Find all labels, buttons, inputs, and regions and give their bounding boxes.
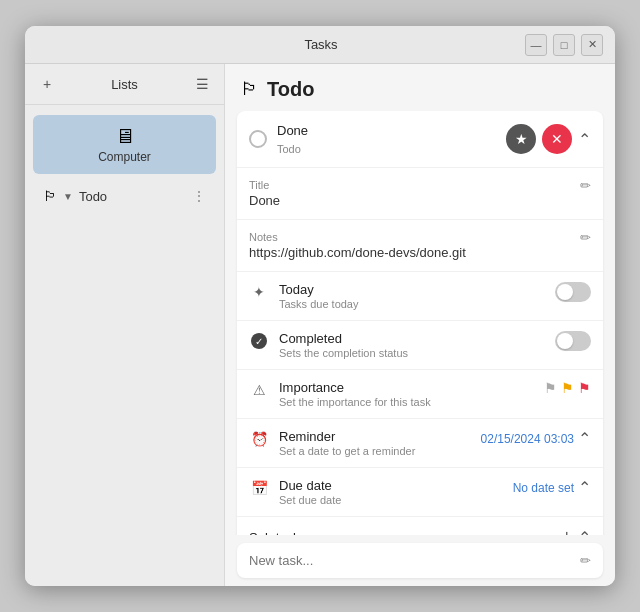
sidebar-menu-button[interactable]: ☰: [192, 74, 212, 94]
completed-check-icon: ✓: [251, 333, 267, 349]
reminder-row: ⏰ Reminder Set a date to get a reminder …: [237, 419, 603, 468]
tasks-panel: 🏳 Todo Done Todo ★: [225, 64, 615, 586]
completed-row: ✓ Completed Sets the completion status: [237, 321, 603, 370]
sidebar-item-todo[interactable]: 🏳 ▼ Todo ⋮: [33, 180, 216, 212]
reminder-value: 02/15/2024 03:03: [481, 432, 574, 446]
reminder-label: Reminder: [279, 429, 471, 444]
main-content: + Lists ☰ 🖥 Computer 🏳 ▼ Todo ⋮ 🏳: [25, 64, 615, 586]
due-date-chevron-icon: ⌃: [578, 478, 591, 497]
reminder-action: 02/15/2024 03:03 ⌃: [481, 429, 591, 448]
due-date-content: Due date Set due date: [279, 478, 503, 506]
today-sublabel: Tasks due today: [279, 298, 545, 310]
today-icon: ✦: [249, 282, 269, 300]
minimize-button[interactable]: —: [525, 34, 547, 56]
star-button[interactable]: ★: [506, 124, 536, 154]
title-row: Title Done ✏: [237, 168, 603, 220]
notes-value: https://github.com/done-devs/done.git: [249, 245, 466, 260]
subtasks-label: Sub tasks: [249, 530, 561, 535]
sidebar: + Lists ☰ 🖥 Computer 🏳 ▼ Todo ⋮: [25, 64, 225, 586]
todo-expand-icon: ▼: [63, 191, 73, 202]
today-toggle[interactable]: [555, 282, 591, 302]
importance-sublabel: Set the importance for this task: [279, 396, 534, 408]
completed-toggle[interactable]: [555, 331, 591, 351]
tasks-body: Done Todo ★ ✕ ⌃: [225, 111, 615, 535]
reminder-chevron-button[interactable]: ⌃: [578, 429, 591, 448]
maximize-button[interactable]: □: [553, 34, 575, 56]
due-date-icon: 📅: [249, 478, 269, 496]
task-list-name: Todo: [277, 143, 301, 155]
importance-flags: ⚑ ⚑ ⚑: [544, 380, 591, 396]
today-content: Today Tasks due today: [279, 282, 545, 310]
due-date-sublabel: Set due date: [279, 494, 503, 506]
sidebar-header: + Lists ☰: [25, 64, 224, 105]
notes-content: Notes https://github.com/done-devs/done.…: [249, 230, 570, 261]
flag-high-button[interactable]: ⚑: [578, 380, 591, 396]
due-date-chevron-button[interactable]: ⌃: [578, 478, 591, 497]
close-task-icon: ✕: [551, 131, 563, 147]
subtasks-chevron-icon: ⌃: [578, 528, 591, 535]
task-checkbox[interactable]: [249, 130, 267, 148]
notes-row: Notes https://github.com/done-devs/done.…: [237, 220, 603, 272]
todo-menu-button[interactable]: ⋮: [192, 188, 206, 204]
completed-label: Completed: [279, 331, 545, 346]
title-value: Done: [249, 193, 280, 208]
new-task-input[interactable]: [249, 553, 572, 568]
subtasks-chevron-button[interactable]: ⌃: [578, 528, 591, 535]
due-date-value: No date set: [513, 481, 574, 495]
chevron-up-icon: ⌃: [578, 130, 591, 149]
close-task-button[interactable]: ✕: [542, 124, 572, 154]
notes-edit-action: ✏: [580, 230, 591, 245]
app-window: Tasks — □ ✕ + Lists ☰ 🖥 Computer 🏳 ▼: [25, 26, 615, 586]
notes-label: Notes: [249, 231, 570, 243]
title-edit-button[interactable]: ✏: [580, 178, 591, 193]
reminder-icon: ⏰: [249, 429, 269, 447]
new-task-bar: ✏: [237, 543, 603, 578]
star-icon: ★: [515, 131, 528, 147]
window-title: Tasks: [117, 37, 525, 52]
computer-icon: 🖥: [115, 125, 135, 148]
task-name: Done: [277, 123, 308, 138]
reminder-content: Reminder Set a date to get a reminder: [279, 429, 471, 457]
subtasks-row: Sub tasks + ⌃: [237, 517, 603, 535]
due-date-label: Due date: [279, 478, 503, 493]
computer-label: Computer: [98, 150, 151, 164]
flag-medium-button[interactable]: ⚑: [561, 380, 574, 396]
tasks-header-icon: 🏳: [241, 79, 259, 100]
subtasks-actions: + ⌃: [561, 527, 591, 535]
todo-icon: 🏳: [43, 188, 57, 204]
flag-low-button[interactable]: ⚑: [544, 380, 557, 396]
close-button[interactable]: ✕: [581, 34, 603, 56]
tasks-header: 🏳 Todo: [225, 64, 615, 111]
title-content: Title Done: [249, 178, 570, 209]
due-date-row: 📅 Due date Set due date No date set ⌃: [237, 468, 603, 517]
importance-label: Importance: [279, 380, 534, 395]
completed-content: Completed Sets the completion status: [279, 331, 545, 359]
title-label: Title: [249, 179, 570, 191]
importance-row: ⚠ Importance Set the importance for this…: [237, 370, 603, 419]
add-list-button[interactable]: +: [37, 74, 57, 94]
sidebar-item-computer[interactable]: 🖥 Computer: [33, 115, 216, 174]
today-label: Today: [279, 282, 545, 297]
sidebar-section: 🖥 Computer 🏳 ▼ Todo ⋮: [25, 105, 224, 222]
task-chevron-button[interactable]: ⌃: [578, 130, 591, 149]
reminder-sublabel: Set a date to get a reminder: [279, 445, 471, 457]
title-bar: Tasks — □ ✕: [25, 26, 615, 64]
notes-edit-button[interactable]: ✏: [580, 230, 591, 245]
importance-icon: ⚠: [249, 380, 269, 398]
todo-label: Todo: [79, 189, 186, 204]
subtasks-add-button[interactable]: +: [561, 527, 572, 535]
task-card-header: Done Todo ★ ✕ ⌃: [237, 111, 603, 168]
title-edit-action: ✏: [580, 178, 591, 193]
tasks-header-title: Todo: [267, 78, 314, 101]
today-row: ✦ Today Tasks due today: [237, 272, 603, 321]
completed-sublabel: Sets the completion status: [279, 347, 545, 359]
task-name-block: Done Todo: [277, 121, 496, 157]
task-card-actions: ★ ✕ ⌃: [506, 124, 591, 154]
task-card: Done Todo ★ ✕ ⌃: [237, 111, 603, 535]
reminder-chevron-icon: ⌃: [578, 429, 591, 448]
due-date-action: No date set ⌃: [513, 478, 591, 497]
importance-content: Importance Set the importance for this t…: [279, 380, 534, 408]
completed-icon: ✓: [249, 331, 269, 349]
sidebar-title: Lists: [57, 77, 192, 92]
new-task-edit-icon: ✏: [580, 553, 591, 568]
